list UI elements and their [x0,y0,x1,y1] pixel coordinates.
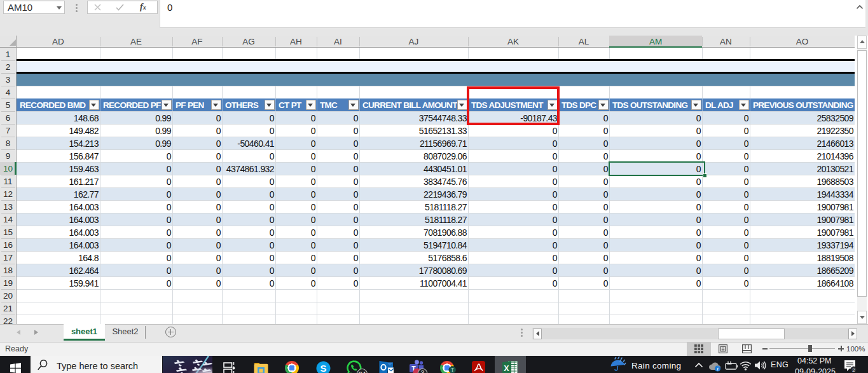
svg-text:T: T [451,367,454,373]
svg-text:3: 3 [421,370,425,373]
svg-text:X: X [504,364,509,373]
svg-text:24: 24 [359,370,366,373]
svg-text:S: S [320,363,326,373]
svg-text:2: 2 [852,367,855,373]
